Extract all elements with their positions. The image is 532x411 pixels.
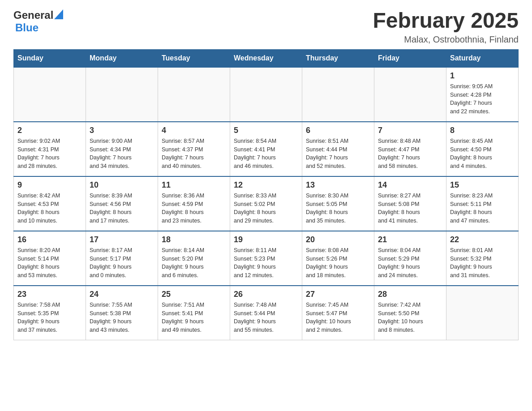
day-info: Sunrise: 8:54 AM Sunset: 4:41 PM Dayligh…: [234, 137, 298, 171]
table-row: [446, 286, 519, 340]
day-number: 1: [450, 71, 515, 81]
day-info: Sunrise: 7:55 AM Sunset: 5:38 PM Dayligh…: [90, 301, 154, 334]
table-row: 15Sunrise: 8:23 AM Sunset: 5:11 PM Dayli…: [446, 176, 519, 231]
day-info: Sunrise: 8:30 AM Sunset: 5:05 PM Dayligh…: [306, 192, 370, 225]
day-number: 12: [234, 180, 298, 190]
page-header: General Blue February 2025 Malax, Ostrob…: [13, 9, 519, 45]
header-saturday: Saturday: [446, 49, 519, 67]
title-block: February 2025 Malax, Ostrobothnia, Finla…: [373, 9, 519, 45]
day-info: Sunrise: 8:57 AM Sunset: 4:37 PM Dayligh…: [162, 137, 226, 171]
day-info: Sunrise: 9:02 AM Sunset: 4:31 PM Dayligh…: [17, 137, 82, 171]
table-row: 24Sunrise: 7:55 AM Sunset: 5:38 PM Dayli…: [86, 286, 158, 340]
day-number: 14: [378, 180, 442, 190]
day-info: Sunrise: 9:05 AM Sunset: 4:28 PM Dayligh…: [450, 82, 515, 116]
day-number: 17: [90, 235, 154, 244]
table-row: [86, 67, 158, 122]
table-row: 9Sunrise: 8:42 AM Sunset: 4:53 PM Daylig…: [14, 176, 86, 231]
day-number: 22: [450, 235, 515, 244]
day-info: Sunrise: 8:11 AM Sunset: 5:23 PM Dayligh…: [234, 246, 298, 280]
table-row: 3Sunrise: 9:00 AM Sunset: 4:34 PM Daylig…: [86, 122, 158, 176]
day-number: 15: [450, 180, 515, 190]
day-info: Sunrise: 8:51 AM Sunset: 4:44 PM Dayligh…: [306, 137, 370, 171]
day-number: 6: [306, 126, 370, 135]
day-info: Sunrise: 8:45 AM Sunset: 4:50 PM Dayligh…: [450, 137, 515, 171]
day-info: Sunrise: 8:08 AM Sunset: 5:26 PM Dayligh…: [306, 246, 370, 280]
calendar-week-row: 23Sunrise: 7:58 AM Sunset: 5:35 PM Dayli…: [14, 286, 519, 340]
calendar-week-row: 9Sunrise: 8:42 AM Sunset: 4:53 PM Daylig…: [14, 176, 519, 231]
calendar-table: Sunday Monday Tuesday Wednesday Thursday…: [13, 49, 519, 340]
calendar-week-row: 2Sunrise: 9:02 AM Sunset: 4:31 PM Daylig…: [14, 122, 519, 176]
table-row: 8Sunrise: 8:45 AM Sunset: 4:50 PM Daylig…: [446, 122, 519, 176]
table-row: 11Sunrise: 8:36 AM Sunset: 4:59 PM Dayli…: [158, 176, 230, 231]
header-tuesday: Tuesday: [158, 49, 230, 67]
day-number: 5: [234, 126, 298, 135]
day-number: 20: [306, 235, 370, 244]
header-friday: Friday: [374, 49, 446, 67]
day-info: Sunrise: 8:33 AM Sunset: 5:02 PM Dayligh…: [234, 192, 298, 225]
day-info: Sunrise: 8:27 AM Sunset: 5:08 PM Dayligh…: [378, 192, 442, 225]
day-info: Sunrise: 8:42 AM Sunset: 4:53 PM Dayligh…: [17, 192, 82, 225]
calendar-week-row: 16Sunrise: 8:20 AM Sunset: 5:14 PM Dayli…: [14, 231, 519, 286]
table-row: 10Sunrise: 8:39 AM Sunset: 4:56 PM Dayli…: [86, 176, 158, 231]
day-info: Sunrise: 7:45 AM Sunset: 5:47 PM Dayligh…: [306, 301, 370, 334]
table-row: 20Sunrise: 8:08 AM Sunset: 5:26 PM Dayli…: [302, 231, 374, 286]
day-info: Sunrise: 9:00 AM Sunset: 4:34 PM Dayligh…: [90, 137, 154, 171]
table-row: [158, 67, 230, 122]
table-row: [14, 67, 86, 122]
day-info: Sunrise: 7:51 AM Sunset: 5:41 PM Dayligh…: [162, 301, 226, 334]
day-number: 3: [90, 126, 154, 135]
day-info: Sunrise: 7:48 AM Sunset: 5:44 PM Dayligh…: [234, 301, 298, 334]
day-number: 28: [378, 290, 442, 299]
table-row: 14Sunrise: 8:27 AM Sunset: 5:08 PM Dayli…: [374, 176, 446, 231]
day-number: 2: [17, 126, 82, 135]
day-number: 19: [234, 235, 298, 244]
table-row: 1Sunrise: 9:05 AM Sunset: 4:28 PM Daylig…: [446, 67, 519, 122]
logo-triangle-icon: [54, 9, 63, 19]
day-number: 4: [162, 126, 226, 135]
day-info: Sunrise: 8:20 AM Sunset: 5:14 PM Dayligh…: [17, 246, 82, 280]
weekday-header-row: Sunday Monday Tuesday Wednesday Thursday…: [14, 49, 519, 67]
day-number: 25: [162, 290, 226, 299]
table-row: 7Sunrise: 8:48 AM Sunset: 4:47 PM Daylig…: [374, 122, 446, 176]
day-number: 21: [378, 235, 442, 244]
day-number: 7: [378, 126, 442, 135]
day-number: 8: [450, 126, 515, 135]
header-sunday: Sunday: [14, 49, 86, 67]
table-row: 16Sunrise: 8:20 AM Sunset: 5:14 PM Dayli…: [14, 231, 86, 286]
table-row: 25Sunrise: 7:51 AM Sunset: 5:41 PM Dayli…: [158, 286, 230, 340]
table-row: 27Sunrise: 7:45 AM Sunset: 5:47 PM Dayli…: [302, 286, 374, 340]
day-info: Sunrise: 8:23 AM Sunset: 5:11 PM Dayligh…: [450, 192, 515, 225]
day-info: Sunrise: 8:36 AM Sunset: 4:59 PM Dayligh…: [162, 192, 226, 225]
logo-general-text: General: [13, 9, 53, 21]
day-number: 11: [162, 180, 226, 190]
table-row: [374, 67, 446, 122]
table-row: 26Sunrise: 7:48 AM Sunset: 5:44 PM Dayli…: [230, 286, 302, 340]
day-number: 23: [17, 290, 82, 299]
table-row: 5Sunrise: 8:54 AM Sunset: 4:41 PM Daylig…: [230, 122, 302, 176]
table-row: 6Sunrise: 8:51 AM Sunset: 4:44 PM Daylig…: [302, 122, 374, 176]
day-info: Sunrise: 8:01 AM Sunset: 5:32 PM Dayligh…: [450, 246, 515, 280]
day-info: Sunrise: 8:17 AM Sunset: 5:17 PM Dayligh…: [90, 246, 154, 280]
svg-marker-0: [54, 9, 63, 19]
table-row: 4Sunrise: 8:57 AM Sunset: 4:37 PM Daylig…: [158, 122, 230, 176]
day-number: 9: [17, 180, 82, 190]
day-info: Sunrise: 7:58 AM Sunset: 5:35 PM Dayligh…: [17, 301, 82, 334]
table-row: 19Sunrise: 8:11 AM Sunset: 5:23 PM Dayli…: [230, 231, 302, 286]
header-monday: Monday: [86, 49, 158, 67]
day-number: 16: [17, 235, 82, 244]
table-row: 18Sunrise: 8:14 AM Sunset: 5:20 PM Dayli…: [158, 231, 230, 286]
day-info: Sunrise: 8:48 AM Sunset: 4:47 PM Dayligh…: [378, 137, 442, 171]
day-number: 13: [306, 180, 370, 190]
table-row: 13Sunrise: 8:30 AM Sunset: 5:05 PM Dayli…: [302, 176, 374, 231]
logo-blue-text: Blue: [15, 21, 39, 34]
month-title: February 2025: [373, 9, 519, 33]
table-row: 21Sunrise: 8:04 AM Sunset: 5:29 PM Dayli…: [374, 231, 446, 286]
table-row: 12Sunrise: 8:33 AM Sunset: 5:02 PM Dayli…: [230, 176, 302, 231]
table-row: 23Sunrise: 7:58 AM Sunset: 5:35 PM Dayli…: [14, 286, 86, 340]
day-info: Sunrise: 8:39 AM Sunset: 4:56 PM Dayligh…: [90, 192, 154, 225]
location-title: Malax, Ostrobothnia, Finland: [373, 34, 519, 45]
table-row: 2Sunrise: 9:02 AM Sunset: 4:31 PM Daylig…: [14, 122, 86, 176]
calendar-week-row: 1Sunrise: 9:05 AM Sunset: 4:28 PM Daylig…: [14, 67, 519, 122]
day-number: 18: [162, 235, 226, 244]
table-row: 17Sunrise: 8:17 AM Sunset: 5:17 PM Dayli…: [86, 231, 158, 286]
